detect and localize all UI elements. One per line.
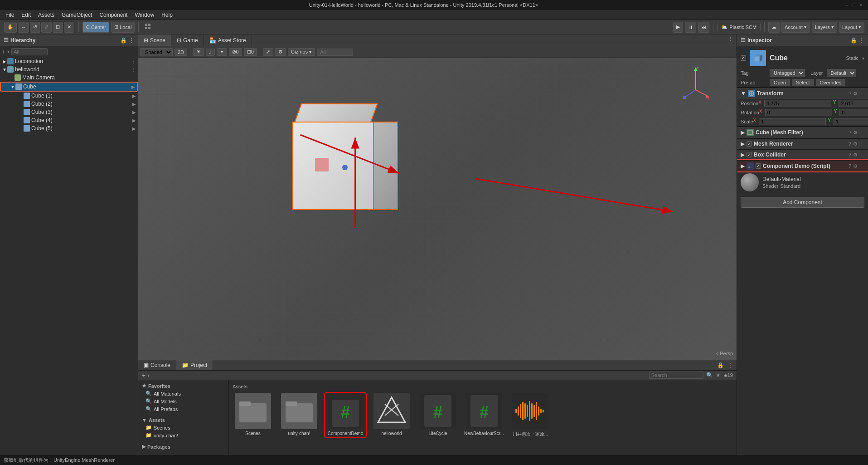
project-add-btn[interactable]: +	[142, 372, 145, 379]
prefab-overrides-btn[interactable]: Overrides	[816, 79, 846, 86]
cube1-menu[interactable]: ▶	[132, 93, 136, 98]
prefab-open-btn[interactable]: Open	[770, 79, 790, 86]
transform-help-icon[interactable]: ?	[849, 91, 851, 96]
mesh-filter-settings-icon[interactable]: ⚙	[853, 130, 858, 136]
transform-header[interactable]: ▼ Transform ? ⚙ ⋮	[737, 88, 868, 99]
sidebar-all-models[interactable]: 🔍 All Models	[140, 397, 227, 405]
component-demo-help-icon[interactable]: ?	[849, 163, 851, 169]
camera-toggle[interactable]: ⊘0	[229, 48, 242, 56]
component-demo-settings-icon[interactable]: ⚙	[853, 163, 858, 169]
tree-item-cube4[interactable]: Cube (4) ▶	[0, 116, 138, 124]
box-collider-settings-icon[interactable]: ⚙	[853, 152, 858, 158]
minimize-btn[interactable]: –	[844, 2, 850, 8]
hierarchy-lock-icon[interactable]: 🔒	[120, 37, 127, 44]
step-btn[interactable]: ⏭	[698, 22, 709, 33]
menu-file[interactable]: File	[2, 11, 18, 19]
component-demo-checkbox[interactable]: ✓	[756, 163, 761, 169]
cube3-menu[interactable]: ▶	[132, 110, 136, 115]
asset-component-demo[interactable]: # ComponentDemo	[325, 393, 366, 437]
mesh-renderer-settings-icon[interactable]: ⚙	[853, 141, 858, 147]
light-toggle[interactable]: ☀	[193, 48, 204, 56]
mesh-filter-more-icon[interactable]: ⋮	[859, 130, 864, 136]
asset-helloworld[interactable]: helloworld	[371, 393, 412, 437]
scene-settings[interactable]: ⚙	[275, 48, 286, 56]
scale-y[interactable]	[834, 118, 868, 125]
packages-header[interactable]: ▶ Packages	[140, 443, 227, 450]
scene-search[interactable]	[317, 49, 353, 56]
bottom-more-icon[interactable]: ⋮	[727, 362, 733, 368]
bottom-lock-icon[interactable]: 🔒	[717, 362, 724, 368]
inspector-more-icon[interactable]: ⋮	[859, 37, 864, 44]
hierarchy-add-btn[interactable]: +	[2, 48, 5, 55]
tab-game[interactable]: ⊡ Game	[171, 34, 204, 46]
scene-panel-more[interactable]: ⋮	[724, 34, 737, 46]
prefab-select-btn[interactable]: Select	[792, 79, 814, 86]
tree-item-cube2[interactable]: Cube (2) ▶	[0, 100, 138, 108]
tab-project[interactable]: 📁 Project	[176, 360, 213, 370]
sidebar-unity-chan[interactable]: 📁 unity-chan!	[140, 431, 227, 439]
pivot-space-btn[interactable]: ⊞ Local	[111, 22, 135, 33]
mesh-filter-header[interactable]: ▶ Cube (Mesh Filter) ? ⚙ ⋮	[737, 127, 868, 138]
box-collider-help-icon[interactable]: ?	[849, 152, 851, 157]
menu-edit[interactable]: Edit	[18, 11, 34, 19]
layer-select[interactable]: Default	[827, 69, 856, 77]
menu-assets[interactable]: Assets	[34, 11, 58, 19]
assets-header[interactable]: ▼ Assets	[140, 416, 227, 424]
transform-more-icon[interactable]: ⋮	[859, 91, 864, 97]
hierarchy-search[interactable]	[11, 48, 48, 55]
menu-component[interactable]: Component	[96, 11, 131, 19]
tab-console[interactable]: ▣ Console	[138, 360, 176, 370]
rotation-x[interactable]	[765, 109, 832, 116]
tool-transform[interactable]: ✕	[64, 22, 74, 33]
close-btn[interactable]: ×	[858, 2, 864, 8]
cube-menu[interactable]: ▶	[131, 84, 135, 89]
mesh-filter-help-icon[interactable]: ?	[849, 130, 851, 135]
tree-item-maincamera[interactable]: Main Camera	[0, 73, 138, 82]
account-btn[interactable]: Account ▾	[781, 22, 810, 33]
transform-settings-icon[interactable]: ⚙	[853, 91, 858, 97]
mesh-renderer-help-icon[interactable]: ?	[849, 141, 851, 147]
mesh-renderer-more-icon[interactable]: ⋮	[859, 141, 864, 147]
cube4-menu[interactable]: ▶	[132, 118, 136, 123]
layout-btn[interactable]: Layout ▾	[839, 22, 864, 33]
add-component-btn[interactable]: Add Component	[741, 197, 864, 208]
scene-maximize[interactable]: ⤢	[263, 48, 273, 56]
box-collider-header[interactable]: ▶ ✓ Box Collider ? ⚙ ⋮	[737, 149, 868, 160]
pause-btn[interactable]: ⏸	[685, 22, 696, 33]
cube2-menu[interactable]: ▶	[132, 102, 136, 107]
sidebar-scenes[interactable]: 📁 Scenes	[140, 424, 227, 431]
menu-gameobject[interactable]: GameObject	[58, 11, 96, 19]
tree-item-locomotion[interactable]: ▶ Locomotion ⋮	[0, 57, 138, 65]
grid-toggle[interactable]: ⊞0	[244, 48, 257, 56]
sidebar-all-materials[interactable]: 🔍 All Materials	[140, 390, 227, 397]
cube5-menu[interactable]: ▶	[132, 126, 136, 131]
scene-view[interactable]: Y X	[138, 58, 737, 360]
cloud-btn[interactable]: ☁	[768, 22, 780, 33]
maximize-btn[interactable]: □	[851, 2, 857, 8]
tool-rect[interactable]: ⊡	[53, 22, 63, 33]
window-controls[interactable]: – □ ×	[844, 2, 864, 8]
project-star-icon[interactable]: ★	[716, 372, 721, 378]
tab-asset-store[interactable]: 🏪 Asset Store	[204, 34, 252, 46]
mesh-renderer-header[interactable]: ▶ ✓ Mesh Renderer ? ⚙ ⋮	[737, 138, 868, 149]
tool-scale[interactable]: ⤢	[41, 22, 52, 33]
tool-rotate[interactable]: ↺	[30, 22, 40, 33]
menu-help[interactable]: Help	[158, 11, 176, 19]
tree-item-cube3[interactable]: Cube (3) ▶	[0, 108, 138, 116]
tool-hand[interactable]: ✋	[4, 22, 17, 33]
asset-audio[interactable]: 川井憲次・家原...	[510, 393, 551, 437]
box-collider-more-icon[interactable]: ⋮	[859, 152, 864, 158]
asset-newbehaviour[interactable]: # NewBehaviourScr...	[464, 393, 504, 437]
play-btn[interactable]: ▶	[673, 22, 683, 33]
tree-item-cube1[interactable]: Cube (1) ▶	[0, 92, 138, 100]
sidebar-all-prefabs[interactable]: 🔍 All Prefabs	[140, 405, 227, 413]
project-search[interactable]	[649, 372, 703, 379]
rotation-y[interactable]	[839, 109, 868, 116]
tree-item-cube[interactable]: ▼ Cube ▶	[0, 82, 138, 92]
layers-btn[interactable]: Layers ▾	[812, 22, 837, 33]
gizmos-btn[interactable]: Gizmos ▾	[288, 48, 315, 56]
asset-scenes-folder[interactable]: Scenes	[233, 393, 273, 437]
shading-dropdown[interactable]: Shaded	[140, 48, 173, 56]
tree-item-cube5[interactable]: Cube (5) ▶	[0, 124, 138, 132]
inspector-lock-icon[interactable]: 🔒	[850, 37, 857, 44]
